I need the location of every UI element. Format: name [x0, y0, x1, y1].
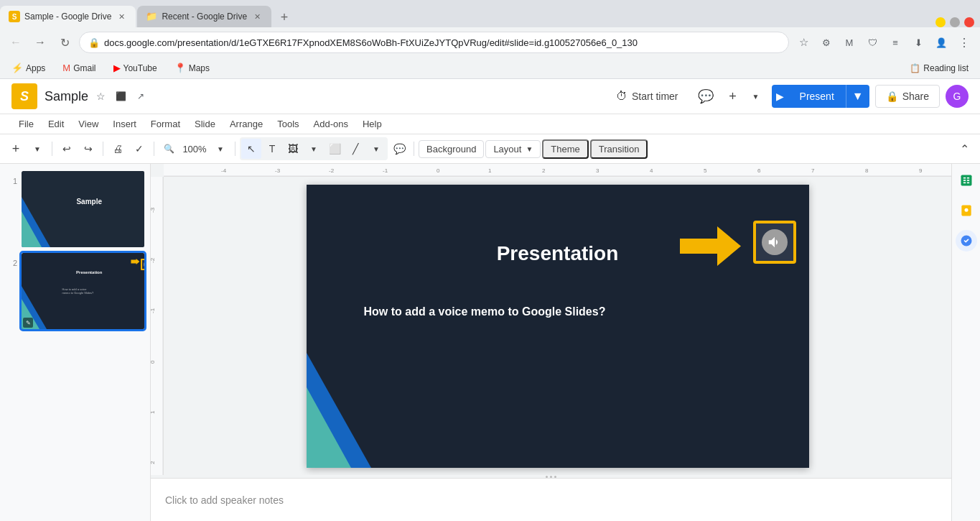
close-window-button[interactable] [964, 17, 974, 27]
text-tool[interactable]: T [262, 139, 282, 159]
svg-text:-2: -2 [329, 167, 335, 174]
back-button[interactable]: ← [6, 32, 26, 52]
select-tool[interactable]: ↖ [241, 139, 261, 159]
app-title[interactable]: Sample [45, 89, 88, 104]
notes-area[interactable]: Click to add speaker notes [151, 478, 951, 521]
minimize-button[interactable] [935, 17, 946, 27]
tab-close-2[interactable]: ✕ [251, 11, 263, 22]
redo-button[interactable]: ↪ [78, 139, 98, 159]
youtube-icon: ▶ [113, 63, 121, 73]
google-sheets-panel-icon[interactable] [956, 170, 977, 191]
extension-icon-1[interactable]: ⚙ [816, 32, 836, 52]
image-tool[interactable]: 🖼 [283, 139, 303, 159]
present-button[interactable]: Present [788, 86, 846, 107]
background-button[interactable]: Background [419, 140, 484, 158]
svg-text:-2: -2 [151, 257, 156, 263]
slide-scroll-area[interactable]: Presentation How to add a voice memo to … [164, 177, 951, 475]
timer-label: Start timer [632, 91, 678, 102]
comment-tool[interactable]: 💬 [389, 139, 409, 159]
extension-icon-3[interactable]: 🛡 [862, 32, 882, 52]
maximize-button[interactable] [950, 17, 960, 27]
add-slide-dropdown[interactable]: ▼ [746, 86, 766, 106]
zoom-dropdown[interactable]: ▼ [210, 139, 230, 159]
add-button[interactable]: + [6, 139, 26, 159]
bookmark-maps[interactable]: 📍 Maps [169, 60, 215, 75]
line-dropdown[interactable]: ▼ [366, 139, 386, 159]
app-header: S Sample ☆ ⬛ ↗ ⏱ Start timer 💬 + ▼ ▶ [0, 79, 980, 114]
move-icon[interactable]: ⬛ [113, 88, 129, 104]
slide-subtitle-container: How to add a voice memo to Google Slides… [364, 305, 752, 318]
open-new-icon[interactable]: ↗ [133, 88, 149, 104]
bookmark-youtube[interactable]: ▶ YouTube [108, 60, 163, 75]
bookmark-gmail[interactable]: M Gmail [57, 60, 101, 75]
far-right-panel [951, 164, 980, 521]
menu-help[interactable]: Help [355, 116, 389, 132]
theme-button[interactable]: Theme [542, 139, 588, 159]
google-keep-panel-icon[interactable] [956, 200, 977, 221]
svg-text:2: 2 [542, 167, 546, 174]
browser-menu-icon[interactable]: ⋮ [954, 32, 974, 52]
apps-label: Apps [26, 63, 45, 73]
menu-format[interactable]: Format [144, 116, 187, 132]
shape-tool[interactable]: ⬜ [325, 139, 345, 159]
toolbar-strip: + ▼ ↩ ↪ 🖨 ✓ 🔍 100% ▼ ↖ T 🖼 ▼ ⬜ ╱ ▼ 💬 [0, 134, 980, 164]
slide-1-thumbnail[interactable]: Sample [22, 171, 144, 247]
present-dropdown-button[interactable]: ▼ [846, 85, 869, 108]
gmail-icon: M [62, 63, 70, 73]
apps-icon: ⚡ [11, 63, 23, 73]
speaker-icon [762, 229, 788, 255]
google-tasks-panel-icon[interactable] [956, 230, 977, 252]
add-dropdown[interactable]: ▼ [27, 139, 47, 159]
separator-1 [52, 142, 52, 156]
new-tab-button[interactable]: + [274, 7, 294, 27]
bookmark-apps[interactable]: ⚡ Apps [6, 60, 51, 75]
image-dropdown[interactable]: ▼ [304, 139, 324, 159]
line-tool[interactable]: ╱ [345, 139, 365, 159]
slide-subtitle[interactable]: How to add a voice memo to Google Slides… [364, 305, 606, 318]
lock-share-icon: 🔒 [886, 91, 898, 102]
menu-tools[interactable]: Tools [270, 116, 306, 132]
slide-2-thumbnail[interactable]: Presentation How to add a voicememo to G… [22, 253, 144, 329]
youtube-label: YouTube [123, 63, 157, 73]
speaker-svg-icon [767, 234, 783, 250]
tab-sample[interactable]: S Sample - Google Drive ✕ [0, 6, 136, 27]
separator-3 [154, 142, 154, 156]
reload-button[interactable]: ↻ [55, 32, 75, 52]
address-bar[interactable]: 🔒 docs.google.com/presentation/d/1eGTXE6… [79, 32, 789, 53]
extension-icon-2[interactable]: M [839, 32, 859, 52]
menu-arrange[interactable]: Arrange [223, 116, 270, 132]
zoom-level[interactable]: 100% [182, 144, 207, 155]
menu-file[interactable]: File [11, 116, 41, 132]
extension-icon-5[interactable]: ⬇ [908, 32, 928, 52]
menu-addons[interactable]: Add-ons [307, 116, 355, 132]
slide-title[interactable]: Presentation [497, 242, 619, 264]
add-slide-button[interactable]: + [723, 86, 743, 106]
forward-button[interactable]: → [30, 32, 50, 52]
menu-insert[interactable]: Insert [106, 116, 144, 132]
start-timer-button[interactable]: ⏱ Start timer [606, 86, 689, 107]
share-button[interactable]: 🔒 Share [875, 85, 940, 108]
toolbar-collapse-button[interactable]: ⌃ [954, 139, 974, 159]
tab-close-1[interactable]: ✕ [116, 11, 127, 22]
speaker-icon-box[interactable] [753, 221, 796, 264]
layout-button[interactable]: Layout ▼ [485, 140, 541, 158]
speaker-notes-placeholder[interactable]: Click to add speaker notes [165, 494, 284, 506]
user-avatar[interactable]: G [946, 85, 969, 108]
reading-list-button[interactable]: 📋 Reading list [904, 61, 974, 75]
header-actions: ⏱ Start timer 💬 + ▼ ▶ Present ▼ 🔒 Share [606, 85, 969, 108]
extension-icon-4[interactable]: ≡ [885, 32, 905, 52]
zoom-out-button[interactable]: 🔍 [159, 139, 179, 159]
comments-button[interactable]: 💬 [694, 85, 717, 108]
bookmark-star-icon[interactable]: ☆ [793, 32, 813, 52]
tab-recent[interactable]: 📁 Recent - Google Drive ✕ [137, 6, 271, 27]
user-profile-icon[interactable]: 👤 [931, 32, 951, 52]
menu-edit[interactable]: Edit [41, 116, 71, 132]
spellcheck-button[interactable]: ✓ [129, 139, 149, 159]
transition-button[interactable]: Transition [590, 139, 648, 159]
star-icon[interactable]: ☆ [93, 88, 108, 104]
print-button[interactable]: 🖨 [108, 139, 128, 159]
menu-slide[interactable]: Slide [187, 116, 223, 132]
slide-edit-icon[interactable]: ✎ [23, 318, 33, 328]
menu-view[interactable]: View [71, 116, 106, 132]
undo-button[interactable]: ↩ [57, 139, 77, 159]
